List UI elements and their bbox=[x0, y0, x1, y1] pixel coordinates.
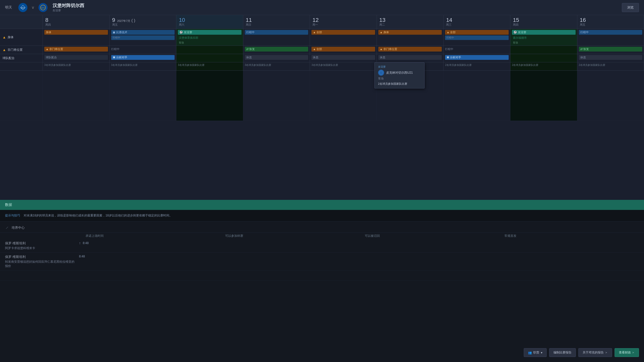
day-number-10: 10 bbox=[179, 17, 185, 23]
cell-nation-16: 2名球员参加国家队比赛 bbox=[577, 62, 644, 70]
cell-nation-9: 3名球员参加国家队比赛 bbox=[110, 62, 177, 70]
browse-button[interactable]: 浏览 bbox=[622, 3, 639, 12]
cell-shenti-13[interactable]: ▲ 身体 bbox=[377, 29, 444, 46]
col-h-cup-text: 可以参加杯赛 bbox=[225, 234, 243, 238]
day-col-16: 16 周五 bbox=[577, 15, 644, 29]
col-h-promised-text: 承诺上场时间 bbox=[86, 234, 104, 238]
cell-shenti-11[interactable]: 行程中 bbox=[243, 29, 310, 46]
day-col-12: 12 周一 bbox=[310, 15, 377, 29]
cell-qdhp-16[interactable]: 休息 bbox=[577, 54, 644, 62]
nation-text-12: 3名球员参加国家队比赛 bbox=[311, 63, 375, 67]
cell-qdhp-15[interactable] bbox=[510, 54, 577, 62]
home-team-logo: HSV bbox=[18, 3, 27, 12]
player-name-main-2: 保罗·维斯坦利 bbox=[5, 255, 75, 259]
cell-fmj-14[interactable]: 行程中 bbox=[444, 46, 510, 54]
training-center-icon: ⟋ bbox=[5, 225, 9, 230]
cell-fmj-15[interactable] bbox=[510, 46, 577, 54]
day-number-13: 13 bbox=[379, 17, 385, 23]
cell-qdhp-12[interactable]: 休息 bbox=[310, 54, 377, 62]
day-col-11: 11 周日 bbox=[243, 15, 310, 29]
cell-shenti-12[interactable]: ▲ 全部 bbox=[310, 29, 377, 46]
row-label-spacer bbox=[0, 15, 43, 29]
svg-text:CFC: CFC bbox=[41, 7, 45, 9]
cell-qdhp-14[interactable]: ▣ 分析对手 bbox=[444, 54, 510, 62]
data-section: 数据 bbox=[0, 200, 644, 210]
day-number-8: 8 bbox=[45, 17, 48, 23]
cell-shenti-16[interactable]: 行程中 bbox=[577, 29, 644, 46]
deng-report-button[interactable]: 关于邓克的报告 ＞ bbox=[578, 348, 612, 357]
empty-calendar-rows bbox=[0, 71, 644, 121]
tag-qdhp-12: 休息 bbox=[311, 55, 375, 60]
tag-shenti-16: 行程中 bbox=[579, 30, 642, 35]
col-h-regular-text: 常规首发 bbox=[504, 234, 516, 238]
cell-fmj-11[interactable]: ⇄ 恢复 bbox=[243, 46, 310, 54]
cell-qdhp-8[interactable]: 球队配合 bbox=[43, 54, 110, 62]
tooltip-popup: 友谊赛 皮克林对切尔西U21 客场 2名球员参加国家队比赛 bbox=[374, 62, 425, 88]
tag-fmj-14: 行程中 bbox=[445, 47, 509, 52]
people-icon: 👥 bbox=[528, 351, 532, 354]
cell-nation-14: 2名球员参加国家队比赛 bbox=[444, 62, 510, 70]
warning-icon-fmj: ▲ bbox=[3, 48, 6, 52]
player-time-area-1: ↑ 8:48 bbox=[79, 241, 104, 245]
row-label-shenti: ▲ 身体 bbox=[0, 29, 43, 46]
row-label-text-shenti: 身体 bbox=[8, 35, 14, 39]
nation-text-8: 3名球员参加国家队比赛 bbox=[44, 63, 108, 67]
page-wrapper: 明天 HSV v CFC 汉堡对阵切尔西 友谊赛 浏览 bbox=[0, 0, 644, 362]
match-sub-title: 友谊赛 bbox=[53, 9, 84, 12]
finance-button[interactable]: 查看财政 ＞ bbox=[615, 348, 639, 357]
tag-fmj-11: ⇄ 恢复 bbox=[245, 47, 308, 52]
data-section-label: 数据 bbox=[5, 203, 12, 207]
row-shenti: ▲ 身体 身体 ▣ 比赛战术 行程中 ⚽ 友谊赛 bbox=[0, 29, 644, 46]
cell-nation-13: 友谊赛 皮克林对切尔西U21 客场 2名球员参加国家队比赛 bbox=[377, 62, 444, 70]
tag-venue-type-10: 客场 bbox=[178, 41, 242, 44]
cell-fmj-8[interactable]: ▲ 非门将位置 bbox=[43, 46, 110, 54]
tooltip-location: 客场 bbox=[378, 77, 421, 80]
cell-qdhp-13[interactable]: 休息 bbox=[377, 54, 444, 62]
cell-fmj-12[interactable]: ▲ 全部 bbox=[310, 46, 377, 54]
player-time-2: 8:48 bbox=[79, 255, 85, 258]
tag-qdhp-16: 休息 bbox=[579, 55, 642, 60]
match-main-title: 汉堡对阵切尔西 bbox=[53, 3, 84, 9]
cell-shenti-10[interactable]: ⚽ 友谊赛 汉堡体育俱乐部 客场 bbox=[176, 29, 243, 46]
row-qdhp: 球队配合 球队配合 ▣ 分析对手 休息 休息 bbox=[0, 54, 644, 62]
tooltip-players: 2名球员参加国家队比赛 bbox=[378, 82, 421, 86]
cell-shenti-14[interactable]: ▲ 全部 行程中 bbox=[444, 29, 510, 46]
tag-qdhp-11: 休息 bbox=[245, 55, 308, 60]
cell-shenti-9[interactable]: ▣ 比赛战术 行程中 bbox=[110, 29, 177, 46]
day-number-9: 9 bbox=[112, 17, 115, 23]
cell-qdhp-9[interactable]: ▣ 分析对手 bbox=[110, 54, 177, 62]
tooltip-match-name: 皮克林对切尔西U21 bbox=[386, 71, 413, 75]
staff-button[interactable]: 👥 职责 ▾ bbox=[524, 348, 547, 357]
edit-match-button[interactable]: 编制比赛报告 bbox=[549, 348, 576, 357]
tag-qdhp-9: ▣ 分析对手 bbox=[111, 55, 175, 60]
tag-fmj-8: ▲ 非门将位置 bbox=[44, 47, 108, 52]
cell-qdhp-11[interactable]: 休息 bbox=[243, 54, 310, 62]
cell-fmj-10[interactable] bbox=[176, 46, 243, 54]
col-h-recalled: 可以被召回 bbox=[365, 234, 499, 238]
col-h-promised: 承诺上场时间 bbox=[86, 234, 220, 238]
cell-qdhp-10[interactable] bbox=[176, 54, 243, 62]
tips-text: 对未满18岁的球员来说，训练是影响他们成长的最重要因素，18岁以后他们的进步则更… bbox=[24, 213, 172, 218]
tag-venue-type-15: 客场 bbox=[512, 41, 576, 44]
tag-shenti-9: ▣ 比赛战术 bbox=[111, 30, 175, 35]
chevron-down-icon: ▾ bbox=[541, 351, 542, 354]
top-header: 明天 HSV v CFC 汉堡对阵切尔西 友谊赛 浏览 bbox=[0, 0, 644, 15]
cell-fmj-13[interactable]: ▲ 非门将位置 bbox=[377, 46, 444, 54]
tag-fmj-13: ▲ 非门将位置 bbox=[378, 47, 442, 52]
cell-fmj-16[interactable]: ⇄ 恢复 bbox=[577, 46, 644, 54]
bottom-area: ⟋ 培养中心 承诺上场时间 可以参加杯赛 可以被召回 常规首发 保罗·维斯坦利 … bbox=[0, 221, 644, 362]
tag-shenti-8: 身体 bbox=[44, 30, 108, 35]
cell-nation-8: 3名球员参加国家队比赛 bbox=[43, 62, 110, 70]
training-center-label: 培养中心 bbox=[12, 225, 25, 230]
row-label-fmj: ▲ 非门将位置 bbox=[0, 46, 43, 54]
day-week-12: 周一 bbox=[312, 23, 318, 27]
calendar-area: 8 周四 9 2027年7月 ( ) 周五 10 周六 11 周日 bbox=[0, 15, 644, 200]
row-fmj: ▲ 非门将位置 ▲ 非门将位置 行程中 ⇄ 恢复 bbox=[0, 46, 644, 54]
cell-fmj-9[interactable]: 行程中 bbox=[110, 46, 177, 54]
cell-shenti-8[interactable]: 身体 bbox=[43, 29, 110, 46]
tag-qdhp-14: ▣ 分析对手 bbox=[445, 55, 509, 60]
tooltip-match-type: 友谊赛 bbox=[378, 65, 421, 69]
training-center-header: ⟋ 培养中心 bbox=[0, 224, 644, 233]
cell-shenti-15[interactable]: ⚽ 友谊赛 索尔福德市 客场 bbox=[510, 29, 577, 46]
day-week-9: 周五 bbox=[112, 23, 118, 27]
